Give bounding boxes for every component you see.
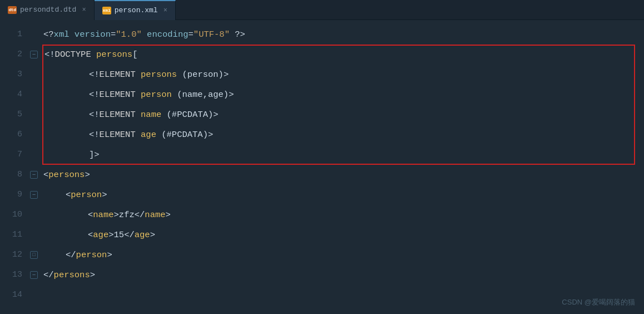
fold-8[interactable]: − [29, 165, 39, 185]
persons-tag-open: persons [48, 170, 85, 180]
persons-close-open: </ [43, 270, 54, 280]
pi-version-val: "1.0" [116, 30, 142, 40]
code-line-1: <?xml version="1.0" encoding="UTF-8" ?> [43, 24, 644, 45]
fold-icon-12[interactable]: □ [30, 251, 38, 259]
code-line-4: <!ELEMENT person (name,age)> [43, 85, 644, 105]
person-close-end: > [107, 250, 112, 260]
fold-13[interactable]: − [29, 265, 39, 285]
xml-icon: xml [102, 7, 111, 14]
fold-icon-13[interactable]: − [30, 271, 38, 279]
line-num-12: 12 [0, 245, 29, 265]
name-tag-close: name [145, 210, 165, 220]
fold-7 [29, 145, 39, 165]
name-close-bracket1: > [114, 210, 119, 220]
pi-space2 [142, 30, 147, 40]
el2-kw: ELEMENT [100, 90, 136, 100]
name-close-open: </ [135, 210, 145, 220]
fold-3 [29, 65, 39, 85]
pi-eq1: = [111, 30, 116, 40]
close-icon-xml[interactable]: × [164, 7, 167, 14]
line-num-13: 13 [0, 265, 29, 285]
age-value: 15 [114, 230, 125, 240]
el1-content: (person)> [177, 70, 229, 80]
el2-content: (name,age)> [172, 90, 234, 100]
line-num-5: 5 [0, 105, 29, 125]
age-close-bracket1: > [108, 230, 113, 240]
fold-10 [29, 205, 39, 225]
el3-kw: ELEMENT [100, 110, 136, 120]
doctype-bracket: [ [132, 50, 137, 60]
name-open-bracket: < [88, 210, 93, 220]
el3-open: <! [89, 110, 100, 120]
tab-label-dtd: persondtd.dtd [20, 6, 76, 14]
persons-close-bracket: > [85, 170, 90, 180]
el2-sp [136, 90, 141, 100]
el4-open: <! [89, 130, 100, 140]
line-num-7: 7 [0, 145, 29, 165]
fold-6 [29, 125, 39, 145]
code-area: <?xml version="1.0" encoding="UTF-8" ?> … [39, 20, 644, 314]
line-numbers: 1 2 3 4 5 6 7 8 9 10 11 12 13 14 [0, 20, 29, 314]
empty-line [43, 290, 48, 300]
tab-persondtd[interactable]: dtd persondtd.dtd × [0, 0, 95, 20]
el1-name: persons [141, 70, 177, 80]
persons-tag-close: persons [54, 270, 90, 280]
name-value: zfz [119, 210, 135, 220]
close-icon-dtd[interactable]: × [82, 6, 86, 14]
el4-name: age [141, 130, 156, 140]
watermark: CSDN @爱喝阔落的猫 [562, 297, 635, 307]
person-tag-close: person [76, 250, 107, 260]
pi-version-attr: version [75, 30, 111, 40]
age-close-open: </ [124, 230, 135, 240]
name-tag-open: name [93, 210, 113, 220]
age-tag-open: age [93, 230, 108, 240]
line-num-11: 11 [0, 225, 29, 245]
line-num-3: 3 [0, 65, 29, 85]
pi-enc-val: "UTF-8" [194, 30, 230, 40]
fold-1 [29, 24, 39, 45]
fold-11 [29, 225, 39, 245]
name-close-end: > [166, 210, 171, 220]
pi-open: <? [43, 30, 54, 40]
el3-content: (#PCDATA)> [161, 110, 218, 120]
tab-label-xml: person.xml [115, 6, 158, 14]
persons-open-bracket: < [43, 170, 48, 180]
fold-9[interactable]: − [29, 185, 39, 205]
code-line-6: <!ELEMENT age (#PCDATA)> [43, 125, 644, 145]
el2-name: person [141, 90, 172, 100]
el4-content: (#PCDATA)> [156, 130, 213, 140]
age-tag-close: age [135, 230, 150, 240]
code-line-2: <!DOCTYPE persons[ [43, 45, 644, 65]
line-num-9: 9 [0, 185, 29, 205]
el3-name: name [141, 110, 161, 120]
person-tag-open: person [71, 190, 102, 200]
code-line-14 [43, 285, 644, 305]
tab-personxml[interactable]: xml person.xml × [95, 0, 176, 20]
fold-2[interactable]: − [29, 45, 39, 65]
fold-4 [29, 85, 39, 105]
code-line-12: </person> [43, 245, 644, 265]
fold-gutter: − − − □ − [29, 20, 39, 314]
doctype-name: persons [96, 50, 132, 60]
line-num-2: 2 [0, 45, 29, 65]
fold-12[interactable]: □ [29, 245, 39, 265]
pi-eq2: = [189, 30, 194, 40]
pi-enc-attr: encoding [147, 30, 188, 40]
person-open-bracket: < [66, 190, 71, 200]
el1-open: <! [89, 70, 100, 80]
fold-icon-8[interactable]: − [30, 171, 38, 179]
el3-sp [136, 110, 141, 120]
el1-sp [136, 70, 141, 80]
code-line-7: ]> [43, 145, 644, 165]
line-num-1: 1 [0, 24, 29, 45]
person-close-open: </ [66, 250, 76, 260]
pi-space3 [230, 30, 235, 40]
fold-icon-2[interactable]: − [30, 51, 38, 58]
code-line-11: <age>15</age> [43, 225, 644, 245]
age-open-bracket: < [88, 230, 93, 240]
el4-sp [136, 130, 141, 140]
line-num-10: 10 [0, 205, 29, 225]
fold-icon-9[interactable]: − [30, 191, 38, 199]
fold-14 [29, 285, 39, 305]
line-num-4: 4 [0, 85, 29, 105]
